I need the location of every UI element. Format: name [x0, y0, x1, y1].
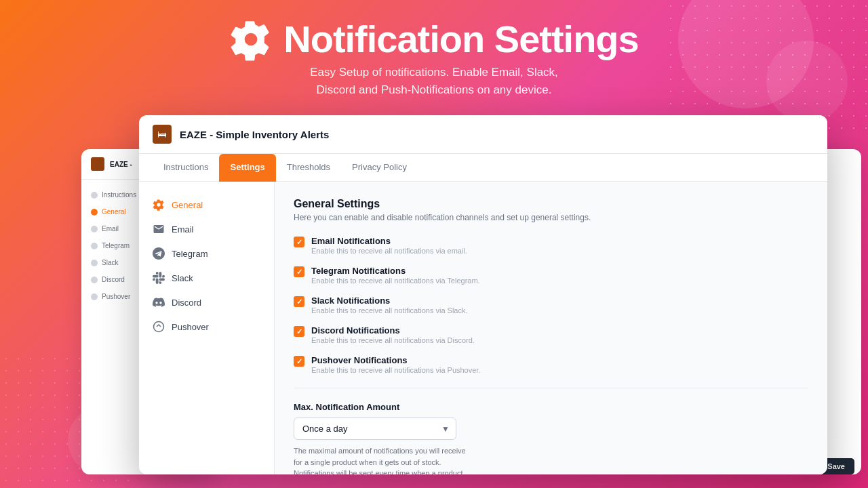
sidebar-item-pushover[interactable]: Pushover [139, 314, 274, 339]
notification-item-email: ✓ Email Notifications Enable this to rec… [294, 236, 808, 255]
notif-label-email: Email Notifications [311, 236, 467, 246]
checkbox-slack[interactable]: ✓ [294, 296, 304, 307]
max-notification-field: Max. Notification Amount Once a day Twic… [294, 402, 808, 474]
max-notification-label: Max. Notification Amount [294, 402, 808, 412]
notif-label-slack: Slack Notifications [311, 296, 468, 306]
pushover-icon [153, 321, 165, 333]
bg-card-title: EAZE - [110, 161, 132, 168]
notification-item-discord: ✓ Discord Notifications Enable this to r… [294, 325, 808, 344]
bg-nav-dot [91, 277, 98, 283]
sidebar-general-label: General [172, 200, 203, 210]
svg-point-0 [154, 322, 164, 332]
card-header: 🛏 EAZE - Simple Inventory Alerts [139, 115, 827, 154]
sidebar-telegram-label: Telegram [172, 249, 208, 259]
notification-item-slack: ✓ Slack Notifications Enable this to rec… [294, 296, 808, 314]
discord-icon [153, 296, 165, 308]
gear-icon [153, 199, 165, 211]
notif-desc-email: Enable this to receive all notifications… [311, 247, 467, 255]
tab-settings[interactable]: Settings [219, 154, 275, 182]
tab-instructions[interactable]: Instructions [153, 154, 219, 182]
app-name: EAZE - Simple Inventory Alerts [180, 129, 329, 140]
main-content-area: General Settings Here you can enable and… [275, 182, 827, 474]
bg-card-logo [91, 157, 104, 171]
hero-section: Notification Settings Easy Setup of noti… [0, 0, 868, 115]
notification-item-telegram: ✓ Telegram Notifications Enable this to … [294, 266, 808, 285]
select-wrapper: Once a day Twice a day Every time ▼ [294, 418, 456, 440]
bg-nav-dot [91, 243, 98, 249]
notif-desc-slack: Enable this to receive all notifications… [311, 306, 468, 314]
email-icon [153, 223, 165, 235]
sidebar-pushover-label: Pushover [172, 322, 209, 332]
bg-nav-dot-active [91, 209, 98, 216]
bg-nav-dot [91, 293, 98, 300]
sidebar-item-discord[interactable]: Discord [139, 290, 274, 314]
tab-bar: Instructions Settings Thresholds Privacy… [139, 154, 827, 182]
notif-label-discord: Discord Notifications [311, 325, 475, 336]
divider [294, 388, 808, 388]
sidebar-item-slack[interactable]: Slack [139, 266, 274, 290]
telegram-icon [153, 247, 165, 260]
tab-privacy-policy[interactable]: Privacy Policy [341, 154, 418, 182]
sidebar-item-email[interactable]: Email [139, 217, 274, 241]
notif-label-pushover: Pushover Notifications [311, 355, 480, 365]
app-logo: 🛏 [153, 125, 172, 144]
notif-text-email: Email Notifications Enable this to recei… [311, 236, 467, 255]
max-notification-help: The maximal amount of notifications you … [294, 445, 470, 474]
notif-desc-telegram: Enable this to receive all notifications… [311, 277, 480, 285]
bg-nav-dot [91, 260, 98, 266]
notif-label-telegram: Telegram Notifications [311, 266, 480, 276]
hero-gear-icon [229, 18, 273, 61]
checkbox-discord[interactable]: ✓ [294, 326, 304, 337]
sidebar-discord-label: Discord [172, 298, 201, 308]
checkmark-telegram: ✓ [296, 268, 302, 277]
max-notification-select[interactable]: Once a day Twice a day Every time [294, 418, 456, 440]
checkbox-email[interactable]: ✓ [294, 237, 304, 247]
tab-thresholds[interactable]: Thresholds [276, 154, 341, 182]
bg-nav-dot [91, 192, 98, 199]
bg-nav-dot [91, 226, 98, 232]
checkmark-slack: ✓ [296, 298, 302, 306]
slack-icon [153, 272, 165, 284]
notif-text-telegram: Telegram Notifications Enable this to re… [311, 266, 480, 285]
notif-desc-pushover: Enable this to receive all notifications… [311, 366, 480, 374]
notif-text-slack: Slack Notifications Enable this to recei… [311, 296, 468, 314]
notification-item-pushover: ✓ Pushover Notifications Enable this to … [294, 355, 808, 374]
checkmark-pushover: ✓ [296, 357, 302, 366]
sidebar-email-label: Email [172, 224, 194, 235]
checkmark-discord: ✓ [296, 327, 302, 336]
content-area: General Email Telegram Slack [139, 182, 827, 474]
notif-text-discord: Discord Notifications Enable this to rec… [311, 325, 475, 344]
sidebar-item-telegram[interactable]: Telegram [139, 241, 274, 266]
hero-subtitle: Easy Setup of notifications. Enable Emai… [310, 64, 558, 98]
hero-title: Notification Settings [283, 17, 638, 61]
notif-text-pushover: Pushover Notifications Enable this to re… [311, 355, 480, 374]
sidebar-item-general[interactable]: General [139, 192, 274, 217]
main-card: 🛏 EAZE - Simple Inventory Alerts Instruc… [139, 115, 827, 474]
sidebar-slack-label: Slack [172, 273, 193, 283]
section-description: Here you can enable and disable notifica… [294, 213, 808, 222]
sidebar: General Email Telegram Slack [139, 182, 275, 474]
checkbox-telegram[interactable]: ✓ [294, 266, 304, 277]
checkbox-pushover[interactable]: ✓ [294, 356, 304, 367]
notif-desc-discord: Enable this to receive all notifications… [311, 336, 475, 344]
section-title: General Settings [294, 198, 808, 210]
checkmark-email: ✓ [296, 238, 302, 247]
